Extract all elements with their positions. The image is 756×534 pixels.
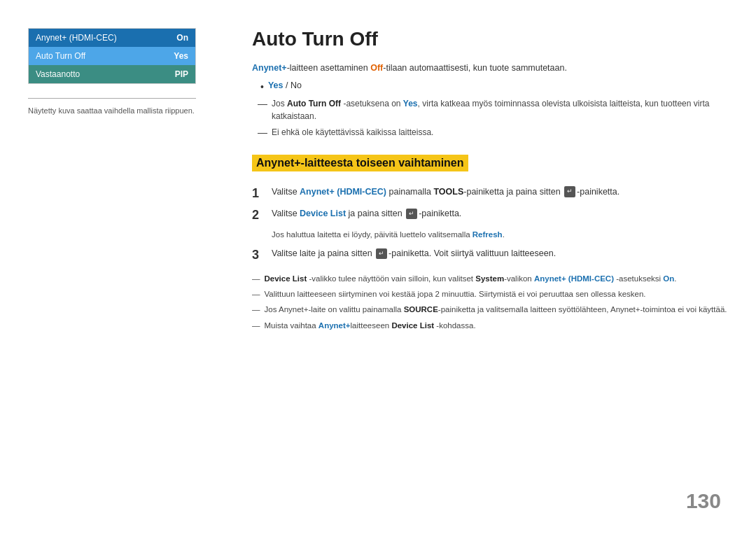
step-1-num: 1	[252, 185, 272, 202]
page-title: Auto Turn Off	[252, 28, 728, 50]
dash-item-2: — Ei ehkä ole käytettävissä kaikissa lai…	[258, 126, 728, 140]
auto-turn-off-bold: Auto Turn Off	[287, 99, 341, 108]
step-3-text: Valitse laite ja paina sitten ↵-painiket…	[272, 247, 728, 260]
footer-note-4-text: Muista vaihtaa Anynet+laitteeseen Device…	[265, 320, 476, 332]
step1-tools: TOOLS	[433, 187, 463, 197]
step1-anynet: Anynet+ (HDMI-CEC)	[300, 187, 386, 197]
section-heading: Anynet+-laitteesta toiseen vaihtaminen	[252, 155, 468, 171]
step-1: 1 Valitse Anynet+ (HDMI-CEC) painamalla …	[252, 185, 728, 202]
intro-text: Anynet+-laitteen asettaminen Off-tilaan …	[252, 62, 728, 75]
device-list-bold-4: Device List	[391, 321, 434, 330]
emdash-4: —	[252, 320, 260, 332]
menu-box: Anynet+ (HDMI-CEC) On Auto Turn Off Yes …	[28, 28, 196, 84]
menu-item-anynet[interactable]: Anynet+ (HDMI-CEC) On	[29, 29, 195, 47]
left-panel-note: Näytetty kuva saattaa vaihdella mallista…	[28, 106, 196, 116]
dash-item-1-text: Jos Auto Turn Off -asetuksena on Yes, vi…	[272, 97, 728, 122]
footer-note-1: — Device List -valikko tulee näyttöön va…	[252, 273, 728, 285]
dash-item-1: — Jos Auto Turn Off -asetuksena on Yes, …	[258, 97, 728, 122]
emdash-3: —	[252, 304, 260, 316]
no-text: No	[290, 80, 302, 90]
menu-item-autoturnoff-label: Auto Turn Off	[36, 51, 85, 61]
step-3-num: 3	[252, 247, 272, 263]
enter-icon-1: ↵	[564, 186, 575, 197]
menu-item-vastaanotto[interactable]: Vastaanotto PIP	[29, 65, 195, 83]
source-bold: SOURCE	[404, 305, 438, 314]
step-1-text: Valitse Anynet+ (HDMI-CEC) painamalla TO…	[272, 185, 728, 199]
refresh-text: Refresh	[472, 230, 503, 239]
right-panel: Auto Turn Off Anynet+-laitteen asettamin…	[238, 28, 728, 506]
menu-item-autoturnoff[interactable]: Auto Turn Off Yes	[29, 47, 195, 65]
step-2-num: 2	[252, 207, 272, 223]
menu-item-anynet-label: Anynet+ (HDMI-CEC)	[36, 33, 117, 43]
menu-item-vastaanotto-value: PIP	[175, 69, 188, 79]
menu-item-vastaanotto-label: Vastaanotto	[36, 69, 80, 79]
step-2: 2 Valitse Device List ja paina sitten ↵-…	[252, 207, 728, 223]
dash-item-2-text: Ei ehkä ole käytettävissä kaikissa laitt…	[272, 126, 433, 139]
yes-bold: Yes	[403, 99, 418, 108]
footer-notes: — Device List -valikko tulee näyttöön va…	[252, 273, 728, 332]
footer-note-1-text: Device List -valikko tulee näyttöön vain…	[265, 273, 677, 285]
footer-note-2: — Valittuun laitteeseen siirtyminen voi …	[252, 288, 728, 300]
menu-item-anynet-value: On	[176, 33, 188, 43]
intro-anynet-plus: Anynet+	[252, 63, 287, 73]
anynet-plus-bold-4: Anynet+	[318, 321, 351, 330]
emdash-1: —	[252, 273, 260, 285]
intro-off: Off	[370, 63, 383, 73]
page-number: 130	[686, 489, 721, 513]
emdash-2: —	[252, 288, 260, 300]
device-list-bold-1: Device List	[265, 274, 307, 283]
step-2-subnote: Jos haluttua laitetta ei löydy, päivitä …	[272, 229, 728, 241]
footer-note-2-text: Valittuun laitteeseen siirtyminen voi ke…	[265, 288, 646, 300]
bullet-yes-no: • Yes / No	[260, 80, 728, 93]
divider	[28, 98, 196, 99]
footer-note-4: — Muista vaihtaa Anynet+laitteeseen Devi…	[252, 320, 728, 332]
step-2-text: Valitse Device List ja paina sitten ↵-pa…	[272, 207, 728, 220]
left-panel: Anynet+ (HDMI-CEC) On Auto Turn Off Yes …	[28, 28, 238, 506]
enter-icon-3: ↵	[376, 248, 387, 260]
dash-1: —	[258, 97, 267, 111]
step-3: 3 Valitse laite ja paina sitten ↵-painik…	[252, 247, 728, 263]
system-bold: System	[475, 274, 504, 283]
dash-2: —	[258, 126, 267, 140]
menu-item-autoturnoff-value: Yes	[174, 51, 188, 61]
bullet-text: Yes / No	[268, 80, 302, 90]
enter-icon-2: ↵	[406, 209, 417, 220]
step2-devicelist: Device List	[300, 209, 346, 218]
footer-note-3: — Jos Anynet+-laite on valittu painamall…	[252, 304, 728, 316]
anynet-hdmi-bold: Anynet+ (HDMI-CEC)	[534, 274, 614, 283]
bullet-dot: •	[260, 80, 264, 93]
on-bold: On	[663, 274, 674, 283]
footer-note-3-text: Jos Anynet+-laite on valittu painamalla …	[265, 304, 727, 316]
yes-text: Yes	[268, 80, 284, 90]
